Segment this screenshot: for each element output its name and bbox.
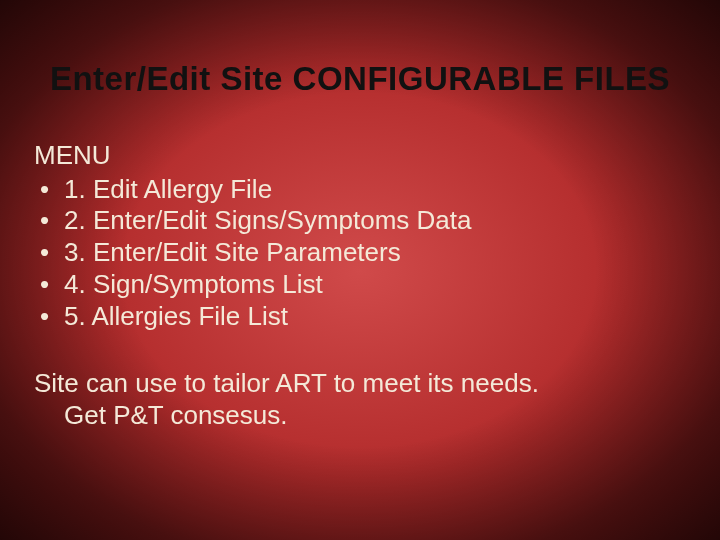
menu-item-label: 2. Enter/Edit Signs/Symptoms Data (64, 205, 472, 235)
list-item: 4. Sign/Symptoms List (34, 269, 686, 301)
list-item: 5. Allergies File List (34, 301, 686, 333)
slide: Enter/Edit Site CONFIGURABLE FILES MENU … (0, 0, 720, 540)
footnote: Site can use to tailor ART to meet its n… (34, 368, 686, 431)
slide-title: Enter/Edit Site CONFIGURABLE FILES (0, 60, 720, 98)
menu-item-label: 4. Sign/Symptoms List (64, 269, 323, 299)
menu-list: 1. Edit Allergy File 2. Enter/Edit Signs… (34, 174, 686, 333)
list-item: 2. Enter/Edit Signs/Symptoms Data (34, 205, 686, 237)
footnote-line1: Site can use to tailor ART to meet its n… (34, 368, 539, 398)
slide-body: MENU 1. Edit Allergy File 2. Enter/Edit … (34, 140, 686, 432)
footnote-line2: Get P&T consesus. (34, 400, 686, 432)
list-item: 1. Edit Allergy File (34, 174, 686, 206)
menu-heading: MENU (34, 140, 686, 172)
menu-item-label: 3. Enter/Edit Site Parameters (64, 237, 401, 267)
menu-item-label: 5. Allergies File List (64, 301, 288, 331)
menu-item-label: 1. Edit Allergy File (64, 174, 272, 204)
list-item: 3. Enter/Edit Site Parameters (34, 237, 686, 269)
